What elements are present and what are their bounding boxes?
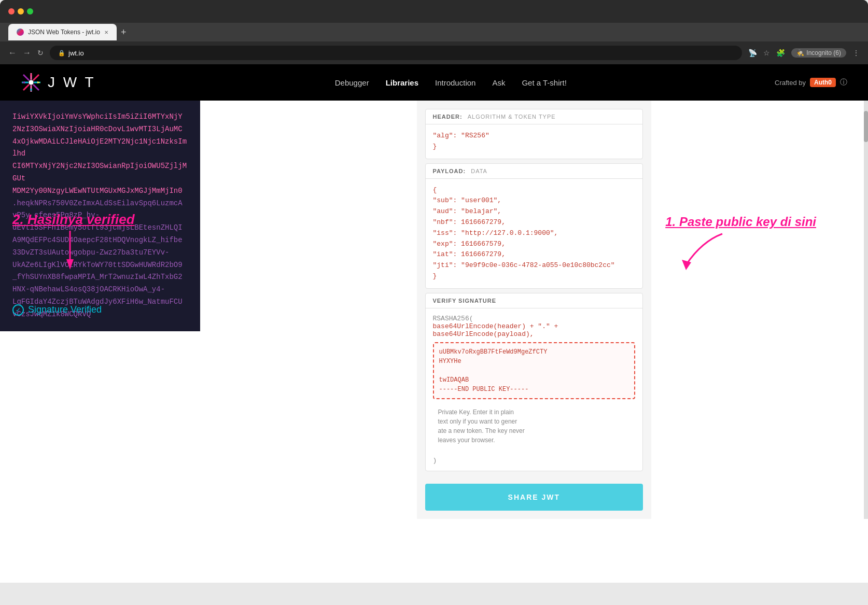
payload-section-title: PAYLOAD: DATA (426, 164, 643, 179)
forward-button[interactable]: → (23, 48, 31, 58)
verify-param1: base64UrlEncode(header) + "." + (433, 322, 558, 330)
encoded-line-3: 4xOjkwMDAiLCJleHAiOjE2MTY2Njc1Njc1NzksIm… (12, 137, 187, 158)
header-algo-label: ALGORITHM & TOKEN TYPE (468, 114, 556, 120)
verified-label: Signature Verified (28, 304, 102, 315)
url-text: jwt.io (68, 49, 84, 57)
svg-marker-16 (66, 259, 74, 270)
tab-title: JSON Web Tokens - jwt.io (28, 29, 100, 36)
url-bar[interactable]: 🔒 jwt.io (50, 46, 742, 60)
cast-icon[interactable]: 📡 (748, 49, 757, 57)
logo-text: J W T (48, 74, 96, 91)
encoded-line-9: A9MQdEFPc4SUD4OaepcF28tHDQVnogkLZ_hifbe (12, 236, 183, 244)
verified-badge: ✓ Signature Verified (12, 304, 102, 316)
app-container: J W T Debugger Libraries Introduction As… (0, 64, 868, 583)
verify-function: RSASHA256( (433, 315, 473, 322)
encoded-line-11: UkAZe6LIgKlVCLRYkToWY70ttSDGwHUWRdR2bO9 (12, 261, 183, 269)
verify-param2: base64UrlEncode(payload), (433, 330, 534, 338)
svg-line-5 (23, 75, 29, 80)
star-icon[interactable]: ☆ (763, 49, 770, 57)
left-panel: IiwiYXVkIjoiYmVsYWphciIsIm5iZiI6MTYxNjY … (0, 101, 200, 331)
info-icon[interactable]: ⓘ (840, 78, 847, 87)
svg-marker-17 (682, 260, 691, 270)
nav-right: Crafted by Auth0 ⓘ (775, 78, 847, 87)
alg-line: "alg": "RS256" (433, 132, 489, 139)
browser-window: JSON Web Tokens - jwt.io ✕ + ← → ↻ 🔒 jwt… (0, 0, 868, 583)
private-key-note: Private Key. Enter it in plain text only… (433, 403, 636, 449)
payload-section: PAYLOAD: DATA { "sub": "user001", "aud":… (425, 163, 643, 289)
encoded-line-5: MDM2Yy00NzgyLWEwNTUtMGUxMGJxMGJjMmMjIn0 (12, 187, 183, 195)
encoded-line-1: IiwiYXVkIjoiYmVsYWphciIsIm5iZiI6MTYxNjY (12, 112, 183, 121)
encoded-dot-section: .heqkNPRs750V0ZeImxALdSsEilavSpq6LuzmcA (12, 199, 183, 207)
jwt-logo-icon (21, 72, 41, 93)
key-line-2: HYXYHe (439, 358, 461, 365)
nav-ask[interactable]: Ask (492, 78, 505, 87)
key-line-1: uUBMkv7oRxgBB7FtFeWd9MgeZfCTY (439, 348, 548, 356)
close-button[interactable] (8, 8, 15, 15)
svg-line-8 (23, 85, 29, 90)
crafted-by-text: Crafted by (775, 79, 806, 87)
checkmark-icon: ✓ (12, 304, 24, 316)
svg-point-14 (29, 80, 33, 85)
annotation-1-container: 1. Paste public key di sini (665, 215, 816, 273)
public-key-content[interactable]: uUBMkv7oRxgBB7FtFeWd9MgeZfCTY HYXYHe twI… (434, 343, 635, 398)
annotation-1-text: 1. Paste public key di sini (665, 215, 816, 229)
new-tab-button[interactable]: + (121, 27, 127, 38)
arrow-down-svg (62, 231, 78, 272)
annotation-2-container: 2. Hasilnya verified (12, 212, 135, 228)
nav-libraries[interactable]: Libraries (386, 78, 418, 87)
payload-data-label: DATA (471, 168, 487, 174)
active-tab[interactable]: JSON Web Tokens - jwt.io ✕ (8, 24, 117, 40)
left-panel-outer: IiwiYXVkIjoiYmVsYWphciIsIm5iZiI6MTYxNjY … (0, 101, 417, 519)
maximize-button[interactable] (27, 8, 33, 15)
verify-section-title: VERIFY SIGNATURE (426, 293, 643, 308)
verify-closing: ) (433, 457, 437, 465)
encoded-line-13: HNX-qNBehawLS4osQ38jOACRKHioOwA_y4- (12, 285, 165, 293)
encoded-line-2: 2NzI3OSwiaXNzIjoiaHR0cDovL1wvMTI3LjAuMC (12, 125, 183, 133)
browser-actions: 📡 ☆ 🧩 🕵 Incognito (6) ⋮ (748, 48, 860, 58)
back-button[interactable]: ← (8, 48, 17, 58)
incognito-icon: 🕵 (796, 49, 804, 57)
arrow-down-container (62, 231, 78, 274)
right-panel-outer: 1. Paste public key di sini HEADER: ALGO… (417, 101, 868, 519)
encoded-line-12: _fYhSUYnXB8fwpaMPIA_MrT2wnuzIwL4ZhTxbG2 (12, 273, 183, 281)
public-key-textarea-wrapper: uUBMkv7oRxgBB7FtFeWd9MgeZfCTY HYXYHe twI… (433, 342, 636, 399)
right-panel: HEADER: ALGORITHM & TOKEN TYPE "alg": "R… (417, 101, 652, 519)
header-section-title: HEADER: ALGORITHM & TOKEN TYPE (426, 109, 643, 124)
payload-content: { "sub": "user001", "aud": "belajar", "n… (426, 179, 643, 288)
debugger-content: IiwiYXVkIjoiYmVsYWphciIsIm5iZiI6MTYxNjY … (0, 101, 868, 519)
header-section: HEADER: ALGORITHM & TOKEN TYPE "alg": "R… (425, 109, 643, 159)
nav-links: Debugger Libraries Introduction Ask Get … (127, 78, 775, 87)
encoded-line-10: 33DvZT3sUAutowgobpu-Zwz27ba3tu7EYVv- (12, 248, 169, 257)
key-line-3: twIDAQAB (439, 376, 469, 384)
tab-favicon (17, 29, 24, 36)
extension-icon[interactable]: 🧩 (776, 49, 785, 57)
incognito-label: Incognito (6) (806, 49, 841, 57)
share-jwt-button[interactable]: SHARE JWT (425, 484, 643, 511)
header-close: } (433, 143, 437, 150)
tab-bar: JSON Web Tokens - jwt.io ✕ + (0, 23, 868, 41)
minimize-button[interactable] (18, 8, 24, 15)
svg-line-7 (33, 75, 39, 80)
traffic-lights (8, 8, 33, 15)
nav-introduction[interactable]: Introduction (435, 78, 475, 87)
annotation-2-text: 2. Hasilnya verified (12, 212, 135, 227)
incognito-badge: 🕵 Incognito (6) (791, 48, 846, 58)
nav-bar: J W T Debugger Libraries Introduction As… (0, 64, 868, 101)
key-line-4: -----END PUBLIC KEY----- (439, 386, 529, 393)
title-bar (0, 0, 868, 23)
menu-icon[interactable]: ⋮ (852, 49, 860, 57)
encoded-line-4: CI6MTYxNjY2Njc2NzI3OSwianRpIjoiOWU5ZjljM… (12, 162, 187, 182)
svg-line-6 (33, 85, 39, 90)
verify-section: VERIFY SIGNATURE RSASHA256( base64UrlEnc… (425, 293, 643, 471)
annotation-arrow-svg (676, 231, 738, 273)
address-bar: ← → ↻ 🔒 jwt.io 📡 ☆ 🧩 🕵 Incognito (6) ⋮ (0, 41, 868, 64)
nav-debugger[interactable]: Debugger (335, 78, 369, 87)
refresh-button[interactable]: ↻ (37, 49, 44, 57)
verify-content: RSASHA256( base64UrlEncode(header) + "."… (426, 308, 643, 471)
logo[interactable]: J W T (21, 72, 96, 93)
scrollbar-thumb[interactable] (864, 111, 868, 142)
tab-close-icon[interactable]: ✕ (104, 30, 108, 35)
header-content: "alg": "RS256" } (426, 124, 643, 159)
nav-tshirt[interactable]: Get a T-shirt! (522, 78, 566, 87)
scrollbar[interactable] (864, 101, 868, 519)
